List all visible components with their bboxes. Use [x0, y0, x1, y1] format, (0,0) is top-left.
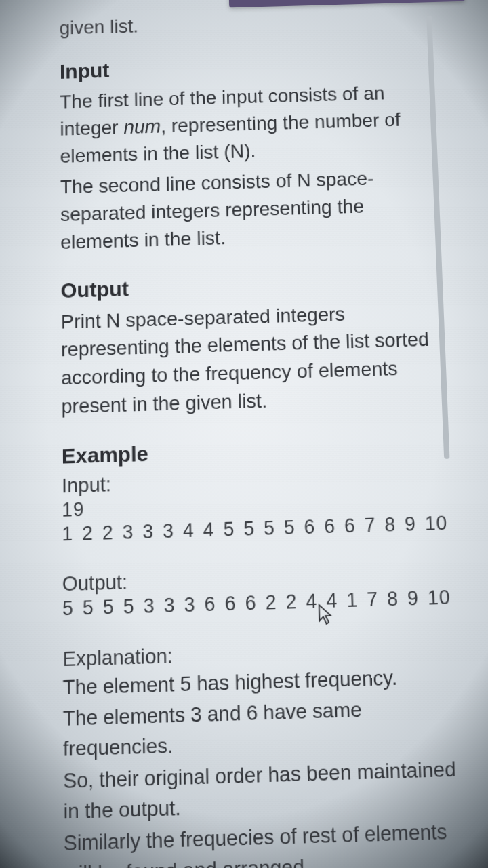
output-paragraph: Print N space-separated integers represe… [61, 297, 449, 420]
example-heading: Example [62, 433, 451, 469]
window-toolbar: order as they appear in the 📌 ⌃ [228, 0, 465, 7]
example-explanation-block: Explanation: The element 5 has highest f… [62, 635, 469, 868]
variable-num: num [123, 115, 161, 138]
explanation-line-3: So, their original order has been mainta… [63, 754, 466, 827]
input-heading: Input [60, 50, 436, 83]
explanation-line-2: The elements 3 and 6 have same frequenci… [63, 692, 463, 764]
input-paragraph-2: The second line consists of N space-sepa… [60, 163, 443, 256]
example-input-block: Input: 19 1 2 2 3 3 3 4 4 5 5 5 5 6 6 6 … [62, 463, 454, 546]
example-output-block: Output: 5 5 5 5 3 3 3 6 6 6 2 2 4 4 1 7 … [62, 561, 458, 620]
toolbar-fragment-text: order as they appear in the [234, 0, 395, 2]
output-heading: Output [61, 268, 445, 302]
truncated-top-line: given list. [60, 7, 434, 39]
input-paragraph-1: The first line of the input consists of … [60, 78, 439, 170]
problem-statement: given list. Input The first line of the … [7, 7, 488, 868]
